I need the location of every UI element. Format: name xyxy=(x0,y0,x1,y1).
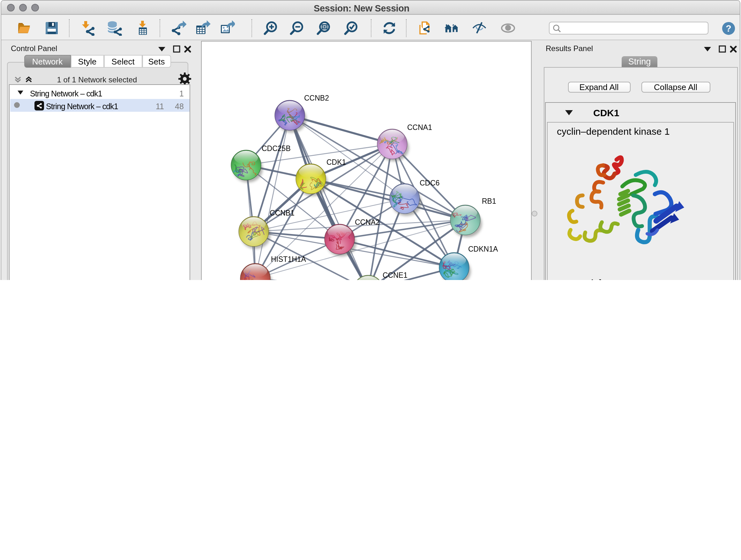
svg-text:CDC25B: CDC25B xyxy=(262,144,291,152)
svg-text:CCNA1: CCNA1 xyxy=(407,123,432,132)
svg-text:CCNA2: CCNA2 xyxy=(355,218,380,226)
svg-text:CCNB2: CCNB2 xyxy=(304,94,329,102)
svg-text:?: ? xyxy=(726,23,731,34)
svg-text:RB1: RB1 xyxy=(482,197,496,205)
svg-text:CCNB1: CCNB1 xyxy=(270,209,294,217)
svg-text:CDK1: CDK1 xyxy=(327,158,346,166)
svg-text:HIST1H1A: HIST1H1A xyxy=(271,255,307,263)
svg-text:CDKN1A: CDKN1A xyxy=(468,245,498,253)
svg-text:CCNE1: CCNE1 xyxy=(383,271,408,279)
svg-text:CDC6: CDC6 xyxy=(420,179,440,187)
